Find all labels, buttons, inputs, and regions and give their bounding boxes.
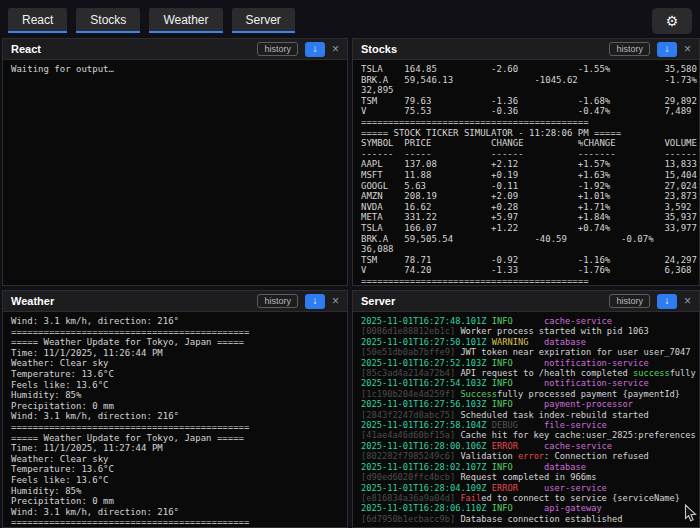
tab-weather[interactable]: Weather [149,8,222,33]
download-button[interactable]: ↓ [305,294,325,309]
gear-icon: ⚙ [666,13,679,29]
download-icon: ↓ [664,296,669,306]
panel-react-header: React history ↓ × [3,39,347,60]
history-button[interactable]: history [609,294,650,308]
panel-title: React [11,43,250,55]
settings-button[interactable]: ⚙ [652,8,692,34]
history-button[interactable]: history [257,42,298,56]
close-icon[interactable]: × [332,295,339,307]
panel-title: Stocks [361,43,602,55]
server-log[interactable]: 2025-11-01T16:27:48.101Z INFO cache-serv… [353,312,699,527]
close-icon[interactable]: × [332,43,339,55]
download-icon: ↓ [312,296,317,306]
react-output[interactable]: Waiting for output… [3,60,347,285]
tab-bar: React Stocks Weather Server ⚙ [0,0,700,36]
download-icon: ↓ [664,44,669,54]
panel-server-header: Server history ↓ × [353,291,699,312]
close-icon[interactable]: × [684,43,691,55]
download-button[interactable]: ↓ [305,42,325,57]
panel-stocks-header: Stocks history ↓ × [353,39,699,60]
panel-stocks: Stocks history ↓ × TSLA 164.85 -2.60 -1.… [352,38,700,286]
panel-server: Server history ↓ × 2025-11-01T16:27:48.1… [352,290,700,528]
tab-server[interactable]: Server [232,8,295,33]
history-button[interactable]: history [257,294,298,308]
panel-weather-header: Weather history ↓ × [3,291,347,312]
panel-react: React history ↓ × Waiting for output… [2,38,348,286]
weather-output[interactable]: Wind: 3.1 km/h, direction: 216° ========… [3,312,347,527]
tab-stocks[interactable]: Stocks [76,8,140,33]
panel-grid: React history ↓ × Waiting for output… St… [0,36,700,528]
app-window: React Stocks Weather Server ⚙ React hist… [0,0,700,528]
close-icon[interactable]: × [684,295,691,307]
tab-react[interactable]: React [8,8,67,33]
panel-title: Server [361,295,602,307]
download-button[interactable]: ↓ [657,42,677,57]
download-icon: ↓ [312,44,317,54]
download-button[interactable]: ↓ [657,294,677,309]
panel-weather: Weather history ↓ × Wind: 3.1 km/h, dire… [2,290,348,528]
history-button[interactable]: history [609,42,650,56]
stocks-output[interactable]: TSLA 164.85 -2.60 -1.55% 35,580 BRK.A 59… [353,60,699,285]
panel-title: Weather [11,295,250,307]
